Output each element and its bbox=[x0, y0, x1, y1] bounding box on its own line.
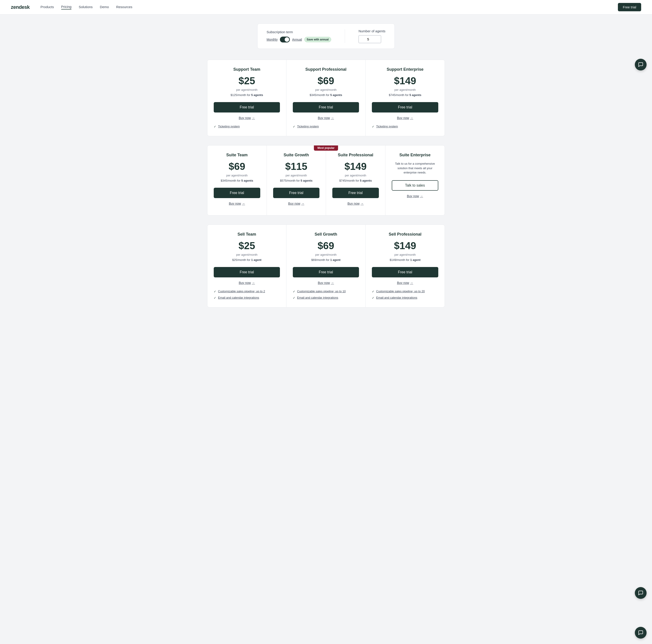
nav-products[interactable]: Products bbox=[40, 5, 54, 9]
feature-text[interactable]: Ticketing system bbox=[376, 125, 398, 128]
sell-professional-trial-button[interactable]: Free trial bbox=[372, 267, 438, 277]
chat-widget-mid[interactable] bbox=[635, 587, 647, 599]
support-professional-feature-0: ✓ Ticketing system bbox=[293, 124, 359, 129]
support-professional-buy-link[interactable]: Buy now → bbox=[293, 115, 359, 122]
support-enterprise-card: Support Enterprise $149 per agent/month … bbox=[365, 60, 444, 136]
sell-team-total: $25/month for 1 agent bbox=[214, 258, 280, 261]
support-team-card: Support Team $25 per agent/month $125/mo… bbox=[208, 60, 287, 136]
check-icon: ✓ bbox=[293, 296, 295, 300]
sell-professional-total: $149/month for 1 agent bbox=[372, 258, 438, 261]
agents-label: Number of agents bbox=[358, 29, 385, 33]
suite-team-trial-button[interactable]: Free trial bbox=[214, 188, 260, 198]
check-icon: ✓ bbox=[372, 290, 374, 293]
navbar: zendesk Products Pricing Solutions Demo … bbox=[0, 0, 652, 15]
nav-free-trial-button[interactable]: Free trial bbox=[618, 3, 641, 11]
agents-input[interactable] bbox=[358, 35, 381, 43]
nav-resources[interactable]: Resources bbox=[116, 5, 132, 9]
support-team-name: Support Team bbox=[214, 67, 280, 72]
sell-team-feature-1: ✓ Email and calendar integrations bbox=[214, 296, 280, 300]
sell-growth-total: $69/month for 1 agent bbox=[293, 258, 359, 261]
suite-growth-per: per agent/month bbox=[273, 174, 320, 177]
nav-demo[interactable]: Demo bbox=[100, 5, 109, 9]
check-icon: ✓ bbox=[214, 125, 216, 128]
sell-growth-price: $69 bbox=[293, 241, 359, 251]
support-team-per: per agent/month bbox=[214, 88, 280, 91]
feature-text[interactable]: Ticketing system bbox=[218, 125, 240, 128]
suite-growth-name: Suite Growth bbox=[273, 153, 320, 158]
support-professional-total: $345/month for 5 agents bbox=[293, 93, 359, 97]
suite-professional-total: $745/month for 5 agents bbox=[332, 179, 379, 182]
feature-text[interactable]: Customizable sales pipeline; up to 20 bbox=[376, 289, 425, 293]
sell-team-per: per agent/month bbox=[214, 253, 280, 256]
support-cards-grid: Support Team $25 per agent/month $125/mo… bbox=[207, 60, 445, 136]
suite-professional-buy-link[interactable]: Buy now → bbox=[332, 201, 379, 208]
sell-growth-trial-button[interactable]: Free trial bbox=[293, 267, 359, 277]
sell-professional-per: per agent/month bbox=[372, 253, 438, 256]
sell-team-trial-button[interactable]: Free trial bbox=[214, 267, 280, 277]
subscription-controls: Subscription term Monthly Annual Save wi… bbox=[257, 24, 395, 49]
sell-growth-card: Sell Growth $69 per agent/month $69/mont… bbox=[287, 225, 365, 307]
save-badge: Save with annual bbox=[304, 37, 331, 42]
suite-professional-per: per agent/month bbox=[332, 174, 379, 177]
sell-team-name: Sell Team bbox=[214, 232, 280, 237]
brand-logo[interactable]: zendesk bbox=[11, 4, 30, 10]
sell-professional-price: $149 bbox=[372, 241, 438, 251]
sell-team-card: Sell Team $25 per agent/month $25/month … bbox=[208, 225, 287, 307]
suite-professional-trial-button[interactable]: Free trial bbox=[332, 188, 379, 198]
sell-professional-buy-link[interactable]: Buy now → bbox=[372, 280, 438, 287]
support-enterprise-buy-link[interactable]: Buy now → bbox=[372, 115, 438, 122]
support-team-feature-0: ✓ Ticketing system bbox=[214, 124, 280, 129]
sell-growth-feature-1: ✓ Email and calendar integrations bbox=[293, 296, 359, 300]
annual-label[interactable]: Annual bbox=[292, 38, 302, 41]
support-enterprise-trial-button[interactable]: Free trial bbox=[372, 102, 438, 112]
sell-growth-buy-link[interactable]: Buy now → bbox=[293, 280, 359, 287]
support-enterprise-price: $149 bbox=[372, 76, 438, 86]
suite-enterprise-name: Suite Enterprise bbox=[392, 153, 438, 158]
nav-solutions[interactable]: Solutions bbox=[79, 5, 92, 9]
feature-text[interactable]: Email and calendar integrations bbox=[297, 296, 338, 299]
suite-team-buy-link[interactable]: Buy now → bbox=[214, 201, 260, 208]
support-professional-trial-button[interactable]: Free trial bbox=[293, 102, 359, 112]
support-enterprise-total: $745/month for 5 agents bbox=[372, 93, 438, 97]
agents-control: Number of agents bbox=[358, 29, 385, 43]
suite-section: Most popular Suite Team $69 per agent/mo… bbox=[207, 145, 445, 216]
billing-toggle[interactable] bbox=[280, 36, 290, 43]
nav-pricing[interactable]: Pricing bbox=[61, 5, 72, 9]
support-enterprise-feature-0: ✓ Ticketing system bbox=[372, 124, 438, 129]
toggle-row: Monthly Annual Save with annual bbox=[267, 36, 331, 43]
monthly-label[interactable]: Monthly bbox=[267, 38, 278, 41]
suite-growth-buy-link[interactable]: Buy now → bbox=[273, 201, 320, 208]
suite-enterprise-text: Talk to us for a comprehensive solution … bbox=[392, 162, 438, 175]
sell-team-buy-link[interactable]: Buy now → bbox=[214, 280, 280, 287]
suite-team-card: Suite Team $69 per agent/month $345/mont… bbox=[208, 145, 267, 215]
sell-professional-name: Sell Professional bbox=[372, 232, 438, 237]
feature-text[interactable]: Customizable sales pipeline; up to 2 bbox=[218, 289, 265, 293]
sell-cards-grid: Sell Team $25 per agent/month $25/month … bbox=[207, 225, 445, 307]
chat-widget-bottom[interactable] bbox=[635, 627, 647, 639]
feature-text[interactable]: Email and calendar integrations bbox=[218, 296, 259, 299]
chat-widget-top[interactable] bbox=[635, 59, 647, 71]
sell-section: Sell Team $25 per agent/month $25/month … bbox=[207, 225, 445, 307]
sell-team-feature-0: ✓ Customizable sales pipeline; up to 2 bbox=[214, 289, 280, 293]
feature-text[interactable]: Ticketing system bbox=[297, 125, 319, 128]
suite-growth-trial-button[interactable]: Free trial bbox=[273, 188, 320, 198]
support-professional-per: per agent/month bbox=[293, 88, 359, 91]
suite-enterprise-buy-link[interactable]: Buy now → bbox=[392, 193, 438, 201]
suite-team-name: Suite Team bbox=[214, 153, 260, 158]
suite-cards-grid: Most popular Suite Team $69 per agent/mo… bbox=[207, 145, 445, 216]
feature-text[interactable]: Email and calendar integrations bbox=[376, 296, 417, 299]
term-control: Subscription term Monthly Annual Save wi… bbox=[267, 30, 331, 43]
toggle-knob bbox=[284, 37, 289, 42]
suite-professional-price: $149 bbox=[332, 162, 379, 171]
check-icon: ✓ bbox=[293, 290, 295, 293]
sell-team-price: $25 bbox=[214, 241, 280, 251]
check-icon: ✓ bbox=[214, 290, 216, 293]
support-team-buy-link[interactable]: Buy now → bbox=[214, 115, 280, 122]
sell-growth-name: Sell Growth bbox=[293, 232, 359, 237]
feature-text[interactable]: Customizable sales pipeline; up to 10 bbox=[297, 289, 346, 293]
suite-enterprise-sales-button[interactable]: Talk to sales bbox=[392, 180, 438, 191]
support-team-trial-button[interactable]: Free trial bbox=[214, 102, 280, 112]
sell-professional-feature-0: ✓ Customizable sales pipeline; up to 20 bbox=[372, 289, 438, 293]
support-team-price: $25 bbox=[214, 76, 280, 86]
suite-enterprise-card: Suite Enterprise Talk to us for a compre… bbox=[385, 145, 445, 215]
